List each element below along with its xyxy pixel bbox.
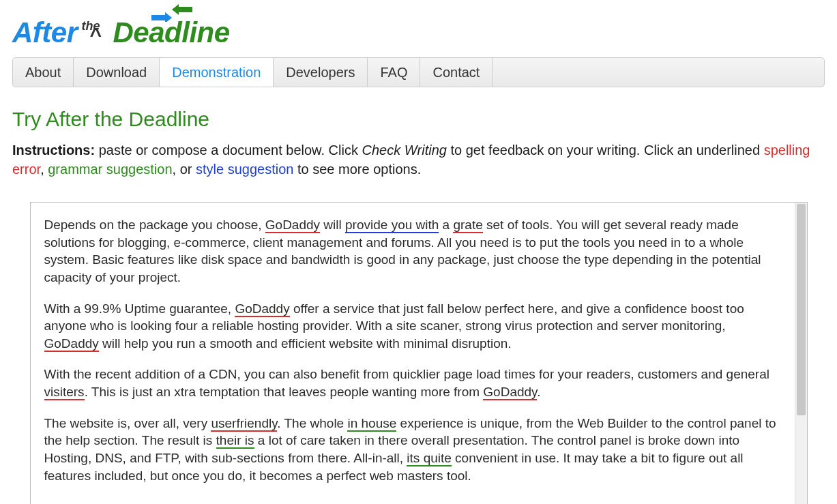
scrollbar-thumb[interactable] [797, 204, 806, 415]
nav-demonstration[interactable]: Demonstration [160, 58, 274, 87]
grammar-suggestion-word[interactable]: its quite [407, 451, 451, 466]
grammar-suggestion-link[interactable]: grammar suggestion [48, 162, 172, 177]
spelling-error-word[interactable]: visiters [44, 385, 85, 400]
grammar-suggestion-word[interactable]: their is [216, 433, 254, 449]
spelling-error-word[interactable]: GoDaddy [265, 218, 320, 233]
style-suggestion-word[interactable]: provide you with [345, 218, 439, 233]
nav-developers[interactable]: Developers [274, 58, 368, 87]
svg-marker-0 [172, 4, 192, 15]
spelling-error-word[interactable]: grate [453, 218, 482, 233]
grammar-suggestion-word[interactable]: in house [347, 416, 396, 432]
spelling-error-word[interactable]: GoDaddy [483, 385, 537, 400]
page-title: Try After the Deadline [12, 108, 825, 131]
nav-faq[interactable]: FAQ [368, 58, 420, 87]
site-logo: After the ^ Deadline [12, 7, 825, 49]
instructions-text: Instructions: paste or compose a documen… [12, 140, 825, 179]
spelling-error-word[interactable]: GoDaddy [235, 301, 289, 317]
logo-arrows-icon [150, 3, 198, 25]
spelling-error-word[interactable]: GoDaddy [44, 336, 99, 352]
logo-caret-the: the ^ [80, 20, 111, 49]
nav-download[interactable]: Download [74, 58, 160, 87]
spelling-error-word[interactable]: userfriendly [211, 416, 277, 432]
style-suggestion-link[interactable]: style suggestion [196, 162, 293, 177]
logo-after: After [12, 16, 78, 49]
nav-contact[interactable]: Contact [420, 58, 493, 87]
nav-about[interactable]: About [13, 58, 74, 87]
editor-scrollbar[interactable] [795, 203, 807, 504]
svg-marker-1 [151, 12, 172, 22]
editor-frame: Depends on the package you choose, GoDad… [30, 202, 808, 504]
document-editor[interactable]: Depends on the package you choose, GoDad… [31, 203, 795, 504]
main-nav: About Download Demonstration Developers … [12, 57, 825, 87]
